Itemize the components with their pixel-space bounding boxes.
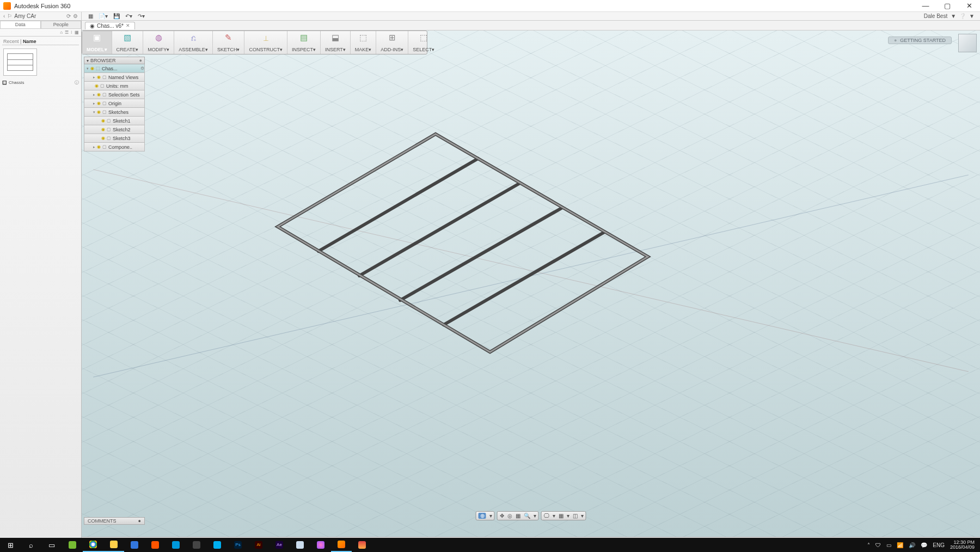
taskbar-store[interactable] [166,538,186,552]
ribbon-modify[interactable]: ◍MODIFY▾ [143,31,174,54]
thumbnail[interactable] [3,48,37,76]
tree-row[interactable]: ▾◉▢Sketches [84,108,145,117]
taskbar-app[interactable] [145,538,166,552]
ribbon-sketch[interactable]: ✎SKETCH▾ [213,31,245,54]
search-button[interactable]: ⌕ [21,538,41,552]
redo-button[interactable]: ↷▾ [138,13,145,19]
tray-expand-icon[interactable]: ˄ [867,542,870,548]
ribbon-assemble[interactable]: ⎌ASSEMBLE▾ [174,31,213,54]
zoom-dropdown-icon[interactable]: ▾ [534,513,536,519]
ribbon-construct[interactable]: ⟂CONSTRUCT▾ [244,31,287,54]
tray-notifications-icon[interactable]: 💬 [921,542,927,548]
tree-row[interactable]: ▸◉▢Selection Sets [84,90,145,99]
tray-shield-icon[interactable]: 🛡 [875,542,881,548]
refresh-icon[interactable]: ⟳ [66,13,71,19]
taskview-button[interactable]: ▭ [41,538,62,552]
getting-started-button[interactable]: GETTING STARTED [888,37,952,44]
tree-menu-icon[interactable]: ⚙ [140,66,144,71]
tray-wifi-icon[interactable]: 📶 [897,542,903,548]
grid-icon[interactable]: ▦ [88,13,93,19]
view-grid-icon[interactable]: ▦ [75,30,79,35]
settings-icon[interactable]: ⚙ [73,13,78,19]
maximize-button[interactable]: ▢ [936,0,958,12]
tree-row[interactable]: ▸◉▢Compone.. [84,143,145,151]
file-menu[interactable]: 📄▾ [99,13,108,19]
workspace-selector[interactable]: ▣ MODEL▾ [82,31,112,54]
visibility-icon[interactable]: ◉ [90,66,94,71]
expand-icon[interactable]: ▸ [93,93,95,97]
expand-icon[interactable]: ▸ [93,101,95,106]
data-tab-data[interactable]: Data [0,21,41,29]
ribbon-addins[interactable]: ⊞ADD-INS▾ [376,31,408,54]
visibility-icon[interactable]: ◉ [101,136,105,141]
tree-row[interactable]: ◉▢Sketch2 [84,125,145,134]
visibility-icon[interactable]: ◉ [97,144,101,149]
close-button[interactable]: ✕ [958,0,980,12]
taskbar-illustrator[interactable]: Ai [248,538,269,552]
data-tab-people[interactable]: People [41,21,82,29]
browser-header[interactable]: BROWSER ● [84,57,145,64]
thumbnail-label[interactable]: Chassis ⓘ [0,79,81,86]
save-button[interactable]: 💾 [113,13,120,19]
taskbar-itunes[interactable] [310,538,331,552]
close-tab-icon[interactable]: ✕ [126,23,130,28]
browser-pin-icon[interactable]: ● [139,58,142,63]
document-tab[interactable]: ◉ Chas... v6* ✕ [85,22,135,29]
ribbon-inspect[interactable]: ▤INSPECT▾ [287,31,321,54]
tree-row[interactable]: ◉▢Units: mm [84,82,145,90]
ribbon-select[interactable]: ⬚SELECT▾ [408,31,439,54]
taskbar-app[interactable] [124,538,145,552]
viewports-button[interactable]: ◫ [573,513,578,519]
taskbar-app[interactable] [62,538,83,552]
help-icon[interactable]: ❔ [959,13,966,19]
taskbar-app[interactable] [352,538,372,552]
tray-lang[interactable]: ENG [933,542,945,548]
visibility-icon[interactable]: ◉ [97,101,101,106]
comments-pin-icon[interactable]: ● [138,518,141,524]
view-menu-icon[interactable]: ⁝ [71,30,72,35]
help-dropdown-icon[interactable]: ▼ [969,13,975,19]
user-name[interactable]: Dale Best [924,13,947,19]
taskbar-photoshop[interactable]: Ps [228,538,248,552]
visibility-icon[interactable]: ◉ [97,92,101,97]
display-button[interactable]: 🖵 [544,513,549,519]
gridsnap-button[interactable]: ▦ [559,513,564,519]
tray-battery-icon[interactable]: ▭ [886,542,891,548]
constrained-orbit-button[interactable]: ◎ [507,513,512,519]
thumbnail-info-icon[interactable]: ⓘ [75,80,79,86]
lookat-button[interactable]: ▦ [516,513,520,519]
chassis-frame-model[interactable] [272,123,653,374]
visibility-icon[interactable]: ◉ [101,118,105,123]
tray-volume-icon[interactable]: 🔊 [909,542,915,548]
ribbon-insert[interactable]: ⬓INSERT▾ [321,31,351,54]
viewcube[interactable] [958,34,977,52]
taskbar-calculator[interactable] [186,538,207,552]
tree-root[interactable]: ▾ ◉ ⬚ Chas... ⚙ [84,64,145,73]
zoom-button[interactable]: 🔍 [524,513,530,519]
taskbar-explorer[interactable] [103,538,124,552]
comments-bar[interactable]: COMMENTS ● [84,517,145,525]
tree-row[interactable]: ◉▢Sketch3 [84,134,145,143]
orbit-button[interactable]: ⊕ [479,513,486,519]
tree-row[interactable]: ◉▢Sketch1 [84,117,145,125]
orbit-dropdown-icon[interactable]: ▾ [489,513,492,519]
tray-clock[interactable]: 12:30 PM 2016/04/09 [950,540,975,550]
taskbar-aftereffects[interactable]: Ae [269,538,290,552]
back-icon[interactable]: ‹ [3,13,5,19]
start-button[interactable]: ⊞ [0,538,21,552]
data-search[interactable]: Recent | Name [2,38,79,45]
visibility-icon[interactable]: ◉ [97,75,101,80]
visibility-icon[interactable]: ◉ [101,127,105,132]
taskbar-notepad[interactable] [290,538,310,552]
taskbar-chrome[interactable] [83,538,103,552]
expand-icon[interactable]: ▸ [93,75,95,80]
user-dropdown-icon[interactable]: ▼ [951,13,956,19]
taskbar-fusion[interactable] [331,538,352,552]
ribbon-create[interactable]: ▧CREATE▾ [112,31,144,54]
view-home-icon[interactable]: ⌂ [60,30,63,35]
expand-icon[interactable]: ▾ [87,66,89,71]
minimize-button[interactable]: — [915,0,936,12]
tree-row[interactable]: ▸◉▢Origin [84,99,145,108]
undo-button[interactable]: ↶▾ [125,13,132,19]
visibility-icon[interactable]: ◉ [95,83,99,88]
